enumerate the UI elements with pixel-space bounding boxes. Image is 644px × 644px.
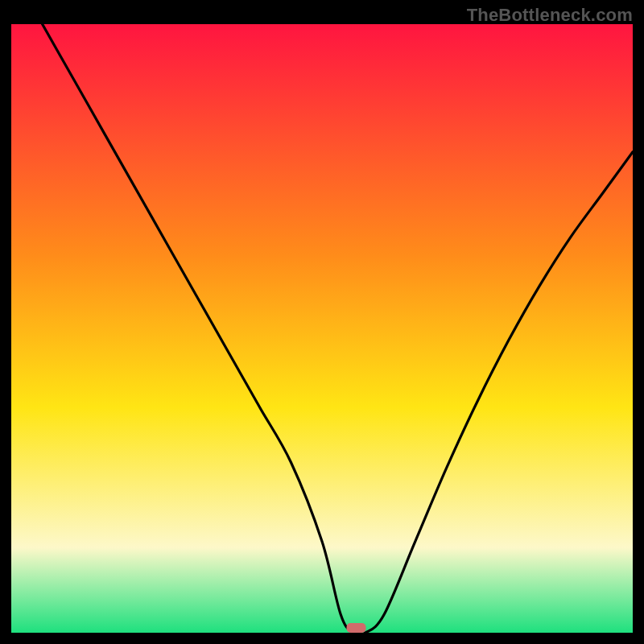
- bottleneck-chart: [11, 24, 633, 633]
- optimum-marker: [347, 623, 366, 633]
- chart-svg: [11, 24, 633, 633]
- watermark-text: TheBottleneck.com: [467, 5, 633, 26]
